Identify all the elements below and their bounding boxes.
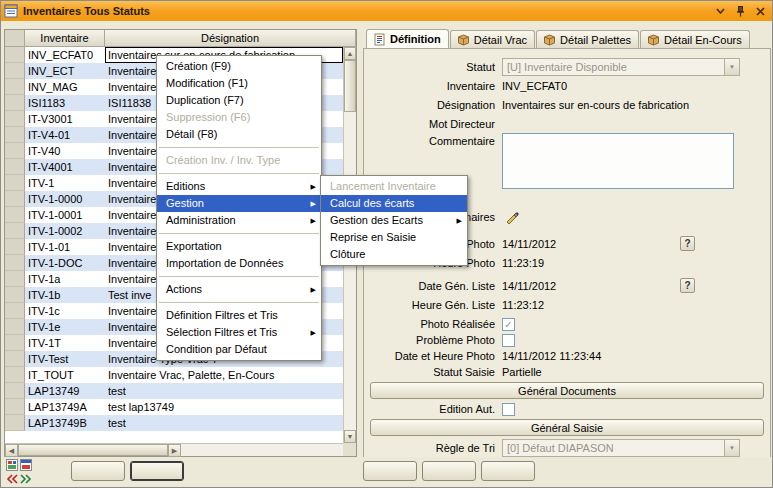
context-menu-item[interactable]: Duplication (F7) <box>157 92 321 109</box>
cell-inventaire[interactable]: ITV-1-01 <box>25 239 105 255</box>
row-selector[interactable] <box>5 415 25 431</box>
table-row[interactable]: LAP13749A test lap13749 <box>5 399 343 415</box>
row-selector[interactable] <box>5 399 25 415</box>
table-row[interactable]: LAP13749 test <box>5 383 343 399</box>
edition-aut-checkbox[interactable] <box>502 403 515 416</box>
header-designation[interactable]: Désignation <box>105 30 356 47</box>
probleme-photo-checkbox[interactable] <box>502 334 515 347</box>
context-menu-item[interactable]: Définition Filtres et Tris <box>157 307 321 324</box>
cell-inventaire[interactable]: LAP13749A <box>25 399 105 415</box>
statut-combobox[interactable]: [U] Inventaire Disponible ▼ <box>502 58 740 76</box>
context-menu-item[interactable]: Condition par Défaut <box>157 341 321 358</box>
cell-inventaire[interactable]: ITV-1b <box>25 287 105 303</box>
row-selector[interactable] <box>5 143 25 159</box>
scroll-right-icon[interactable]: ▶ <box>168 444 181 457</box>
row-selector[interactable] <box>5 95 25 111</box>
row-selector[interactable] <box>5 335 25 351</box>
footer-button[interactable] <box>363 461 417 481</box>
context-menu-item[interactable]: Importation de Données <box>157 255 321 272</box>
row-selector[interactable] <box>5 303 25 319</box>
pin-button[interactable] <box>731 4 749 19</box>
cell-inventaire[interactable]: IT_TOUT <box>25 367 105 383</box>
date-photo-help-button[interactable]: ? <box>680 236 695 251</box>
context-menu-item[interactable]: Editions <box>157 178 321 195</box>
gestionnaires-edit-button[interactable] <box>502 208 524 226</box>
context-menu-item[interactable] <box>159 276 319 277</box>
row-selector[interactable] <box>5 239 25 255</box>
cell-inventaire[interactable]: ITV-1 <box>25 175 105 191</box>
cell-designation[interactable]: Inventaire Vrac, Palette, En-Cours <box>105 367 343 383</box>
submenu-item[interactable]: Gestion des Ecarts <box>321 212 467 229</box>
cell-inventaire[interactable]: ITV-1T <box>25 335 105 351</box>
row-selector[interactable] <box>5 47 25 63</box>
cell-designation[interactable]: test <box>105 415 343 431</box>
submenu-item[interactable]: Calcul des écarts <box>321 195 467 212</box>
cell-inventaire[interactable]: ITV-Test <box>25 351 105 367</box>
context-menu-item[interactable]: Détail (F8) <box>157 126 321 143</box>
dropdown-arrow-icon[interactable]: ▼ <box>724 59 739 75</box>
cell-inventaire[interactable]: ITV-1-0001 <box>25 207 105 223</box>
close-button[interactable] <box>751 4 769 19</box>
row-selector[interactable] <box>5 159 25 175</box>
horizontal-scroll-thumb[interactable] <box>18 444 168 456</box>
context-menu-item[interactable]: Sélection Filtres et Tris <box>157 324 321 341</box>
context-menu-item[interactable]: Création Inv. / Inv. Type <box>157 152 321 169</box>
cell-inventaire[interactable]: ITV-1-DOC <box>25 255 105 271</box>
context-menu-item[interactable]: Création (F9) <box>157 58 321 75</box>
tab-definition[interactable]: Définition <box>366 29 449 48</box>
header-inventaire[interactable]: Inventaire <box>25 30 105 47</box>
cell-inventaire[interactable]: INV_ECFAT0 <box>25 47 105 63</box>
cell-inventaire[interactable]: IT-V4001 <box>25 159 105 175</box>
context-menu-item[interactable] <box>159 302 319 303</box>
window-layout-icon-2[interactable] <box>19 459 32 472</box>
footer-button[interactable] <box>422 461 476 481</box>
cell-inventaire[interactable]: ITV-1e <box>25 319 105 335</box>
cell-inventaire[interactable]: INV_ECT <box>25 63 105 79</box>
submenu-item[interactable]: Clôture <box>321 246 467 263</box>
cell-inventaire[interactable]: IT-V4-01 <box>25 127 105 143</box>
row-selector[interactable] <box>5 351 25 367</box>
row-selector[interactable] <box>5 191 25 207</box>
row-selector[interactable] <box>5 223 25 239</box>
row-selector[interactable] <box>5 319 25 335</box>
horizontal-scrollbar[interactable]: ◀ ▶ <box>5 443 343 456</box>
footer-button[interactable] <box>71 461 125 481</box>
context-menu-item[interactable] <box>159 233 319 234</box>
scroll-left-icon[interactable]: ◀ <box>5 444 18 457</box>
row-selector[interactable] <box>5 63 25 79</box>
cell-inventaire[interactable]: ITV-1-0000 <box>25 191 105 207</box>
dropdown-arrow-icon[interactable]: ▼ <box>724 440 739 456</box>
cell-designation[interactable]: test <box>105 383 343 399</box>
photo-realisee-checkbox[interactable]: ✓ <box>502 318 515 331</box>
cell-inventaire[interactable]: IT-V40 <box>25 143 105 159</box>
cell-inventaire[interactable]: INV_MAG <box>25 79 105 95</box>
submenu-item[interactable]: Lancement Inventaire <box>321 178 467 195</box>
regle-tri-combobox[interactable]: [0] Défaut DIAPASON ▼ <box>502 439 740 457</box>
row-selector[interactable] <box>5 111 25 127</box>
rollup-button[interactable] <box>711 4 729 19</box>
row-selector[interactable] <box>5 127 25 143</box>
footer-button[interactable] <box>130 461 184 481</box>
cell-inventaire[interactable]: LAP13749B <box>25 415 105 431</box>
table-row[interactable]: LAP13749B test <box>5 415 343 431</box>
row-selector[interactable] <box>5 175 25 191</box>
tab-detail-en-cours[interactable]: Détail En-Cours <box>640 30 750 48</box>
window-layout-icon-1[interactable] <box>5 459 18 472</box>
scroll-down-icon[interactable]: ▼ <box>344 430 356 443</box>
context-menu-item[interactable]: Modification (F1) <box>157 75 321 92</box>
cell-inventaire[interactable]: ITV-1-0002 <box>25 223 105 239</box>
tab-detail-vrac[interactable]: Détail Vrac <box>450 30 535 48</box>
submenu-item[interactable]: Reprise en Saisie <box>321 229 467 246</box>
window-layout-icon-3[interactable] <box>5 473 18 486</box>
row-selector[interactable] <box>5 79 25 95</box>
cell-designation[interactable]: test lap13749 <box>105 399 343 415</box>
scroll-up-icon[interactable]: ▲ <box>344 47 356 60</box>
general-documents-button[interactable]: Général Documents <box>370 382 764 399</box>
general-saisie-button[interactable]: Général Saisie <box>370 419 764 436</box>
context-menu-item[interactable] <box>159 147 319 148</box>
row-selector[interactable] <box>5 271 25 287</box>
cell-inventaire[interactable]: ISI1183 <box>25 95 105 111</box>
table-row[interactable]: IT_TOUT Inventaire Vrac, Palette, En-Cou… <box>5 367 343 383</box>
cell-inventaire[interactable]: ITV-1c <box>25 303 105 319</box>
context-menu-item[interactable]: Suppression (F6) <box>157 109 321 126</box>
